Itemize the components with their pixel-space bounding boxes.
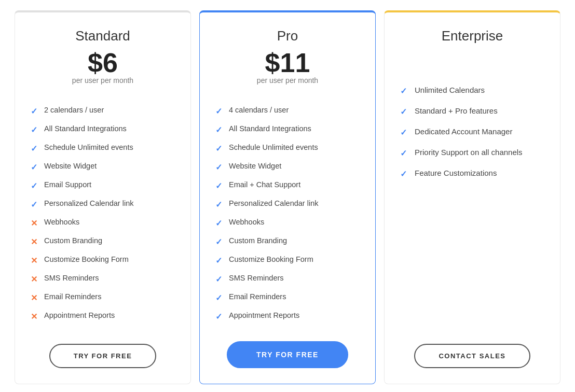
list-item: ✓ 2 calendars / user [31, 102, 175, 120]
list-item: ✓ Website Widget [31, 158, 175, 176]
check-icon: ✓ [400, 148, 408, 158]
check-icon: ✓ [215, 125, 224, 135]
list-item: ✓ Email Support [31, 176, 175, 195]
list-item: ✕ SMS Reminders [31, 270, 175, 288]
pricing-container: Standard $6 per user per month ✓ 2 calen… [0, 5, 575, 389]
cross-icon: ✕ [31, 256, 39, 265]
check-icon: ✓ [400, 107, 408, 117]
check-icon: ✓ [215, 162, 224, 172]
list-item: ✓ Webhooks [215, 214, 360, 232]
list-item: ✓ Custom Branding [215, 232, 360, 251]
list-item: ✕ Email Reminders [31, 288, 175, 307]
try-for-free-button-standard[interactable]: TRY FOR FREE [49, 344, 157, 368]
plan-period-pro: per user per month [257, 76, 318, 85]
check-icon: ✓ [215, 312, 224, 321]
contact-sales-button[interactable]: CONTACT SALES [414, 344, 530, 368]
check-icon: ✓ [400, 169, 408, 179]
list-item: ✓ Personalized Calendar link [215, 195, 360, 214]
features-list-standard: ✓ 2 calendars / user ✓ All Standard Inte… [31, 102, 175, 328]
list-item: ✓ Standard + Pro features [400, 101, 544, 122]
list-item: ✓ Personalized Calendar link [31, 195, 175, 214]
check-icon: ✓ [215, 218, 224, 228]
check-icon: ✓ [215, 144, 224, 153]
list-item: ✓ All Standard Integrations [215, 120, 360, 139]
list-item: ✓ Email Reminders [215, 288, 360, 307]
cross-icon: ✕ [31, 237, 39, 247]
cross-icon: ✕ [31, 312, 39, 321]
list-item: ✓ Website Widget [215, 158, 360, 176]
list-item: ✕ Customize Booking Form [31, 251, 175, 270]
list-item: ✕ Appointment Reports [31, 307, 175, 326]
list-item: ✓ All Standard Integrations [31, 120, 175, 139]
check-icon: ✓ [31, 106, 39, 116]
cross-icon: ✕ [31, 293, 39, 303]
check-icon: ✓ [31, 162, 39, 172]
list-item: ✓ SMS Reminders [215, 270, 360, 288]
list-item: ✓ Feature Customizations [400, 163, 544, 184]
list-item: ✓ Schedule Unlimited events [31, 139, 175, 158]
list-item: ✓ Dedicated Account Manager [400, 122, 544, 143]
check-icon: ✓ [31, 200, 39, 209]
list-item: ✓ 4 calendars / user [215, 102, 360, 120]
cross-icon: ✕ [31, 274, 39, 284]
plan-name-enterprise: Enterprise [442, 28, 503, 44]
try-for-free-button-pro[interactable]: TRY FOR FREE [227, 341, 348, 368]
plan-price-pro: $11 [265, 49, 310, 76]
features-list-enterprise: ✓ Unlimited Calendars ✓ Standard + Pro f… [400, 80, 544, 328]
check-icon: ✓ [31, 181, 39, 191]
list-item: ✕ Custom Branding [31, 232, 175, 251]
plan-name-pro: Pro [277, 28, 298, 44]
list-item: ✓ Unlimited Calendars [400, 80, 544, 101]
check-icon: ✓ [400, 128, 408, 137]
check-icon: ✓ [215, 274, 224, 284]
check-icon: ✓ [215, 200, 224, 209]
list-item: ✓ Customize Booking Form [215, 251, 360, 270]
plan-period-standard: per user per month [72, 76, 133, 85]
check-icon: ✓ [31, 125, 39, 135]
cross-icon: ✕ [31, 218, 39, 228]
plan-name-standard: Standard [75, 28, 130, 44]
list-item: ✕ Webhooks [31, 214, 175, 232]
check-icon: ✓ [215, 237, 224, 247]
check-icon: ✓ [215, 293, 224, 303]
list-item: ✓ Email + Chat Support [215, 176, 360, 195]
plan-card-standard: Standard $6 per user per month ✓ 2 calen… [15, 10, 191, 384]
check-icon: ✓ [31, 144, 39, 153]
list-item: ✓ Priority Support on all channels [400, 143, 544, 163]
features-list-pro: ✓ 4 calendars / user ✓ All Standard Inte… [215, 102, 360, 326]
list-item: ✓ Schedule Unlimited events [215, 139, 360, 158]
plan-card-pro: Pro $11 per user per month ✓ 4 calendars… [199, 10, 376, 384]
check-icon: ✓ [215, 106, 224, 116]
plan-card-enterprise: Enterprise ✓ Unlimited Calendars ✓ Stand… [384, 10, 560, 384]
list-item: ✓ Appointment Reports [215, 307, 360, 326]
plan-price-standard: $6 [88, 49, 118, 76]
check-icon: ✓ [400, 86, 408, 96]
check-icon: ✓ [215, 256, 224, 265]
check-icon: ✓ [215, 181, 224, 191]
